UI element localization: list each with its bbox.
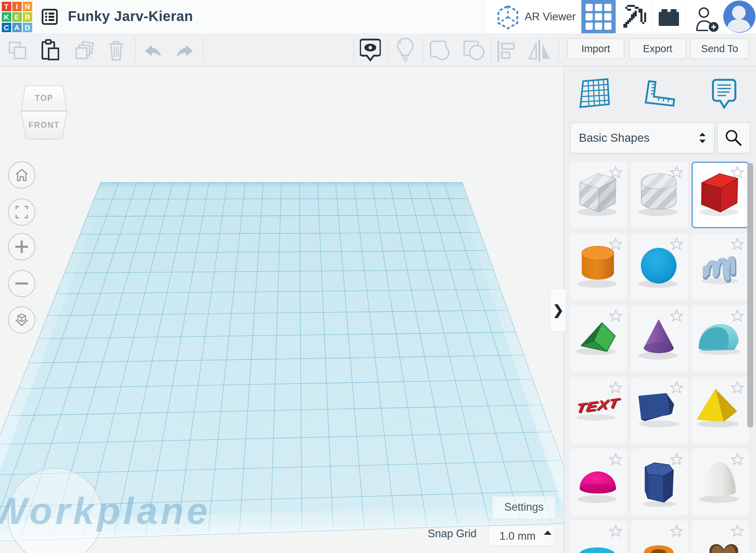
svg-text:TOP: TOP — [35, 93, 54, 103]
svg-text:FRONT: FRONT — [28, 120, 59, 130]
